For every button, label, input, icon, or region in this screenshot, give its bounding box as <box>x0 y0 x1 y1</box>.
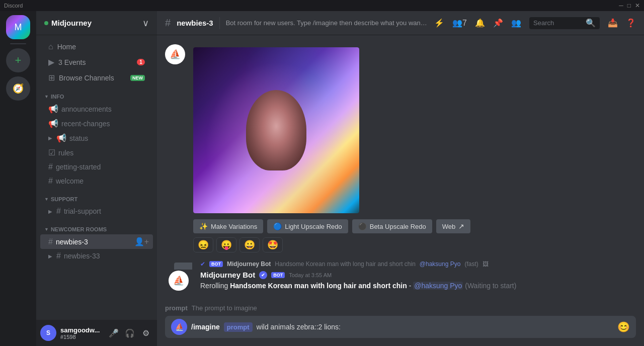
hash-icon-welcome: # <box>48 177 53 186</box>
footer-discriminator: #1598 <box>60 334 103 340</box>
section-header-newcomer[interactable]: ▼ NEWCOMER ROOMS <box>36 218 157 234</box>
add-member-icon[interactable]: 👤+ <box>134 237 149 246</box>
channel-item-rules[interactable]: ☑ rules <box>40 145 153 160</box>
channel-item-getting-started[interactable]: # getting-started <box>40 160 153 174</box>
beta-upscale-redo-button[interactable]: ⚫ Beta Upscale Redo <box>352 219 432 233</box>
help-icon[interactable]: ❓ <box>626 18 636 28</box>
make-variations-button[interactable]: ✨ Make Variations <box>193 219 263 233</box>
channel-item-newbies-3[interactable]: # newbies-3 👤+ <box>40 234 153 249</box>
server-name: Midjourney <box>44 19 92 27</box>
sidebar-footer: S samgoodw... #1598 🎤 🎧 ⚙ <box>36 320 157 346</box>
message-header-ref: Midjourney Bot ✔ BOT Today at 3:55 AM <box>200 271 636 279</box>
sidebar-item-events[interactable]: ▶ 3 Events 1 <box>40 54 153 70</box>
ref-image-icon: 🖼 <box>482 261 489 268</box>
members-icon[interactable]: 👥 <box>511 18 521 28</box>
expand-arrow-status: ▶ <box>48 135 52 141</box>
bot-avatar-icon: ⛵ <box>170 49 181 60</box>
server-icon-midjourney[interactable]: M <box>6 15 30 39</box>
section-header-info[interactable]: ▼ INFO <box>36 85 157 102</box>
add-server-button[interactable]: + <box>6 48 30 72</box>
headphone-icon[interactable]: 🎧 <box>123 326 137 340</box>
channel-item-welcome[interactable]: # welcome <box>40 174 153 188</box>
search-bar[interactable]: 🔍 <box>529 17 600 29</box>
bot-badge: BOT <box>271 272 285 278</box>
settings-icon[interactable]: ⚙ <box>139 326 153 340</box>
channel-hash-icon: # <box>165 17 171 29</box>
microphone-icon[interactable]: 🎤 <box>107 326 121 340</box>
threads-icon[interactable]: ⚡ <box>434 18 444 28</box>
compass-icon: 🧭 <box>13 83 24 94</box>
rules-icon: ☑ <box>48 148 55 157</box>
midjourney-icon: M <box>15 22 22 33</box>
reaction-happy[interactable]: 😀 <box>239 237 260 252</box>
bot-avatar: ⛵ <box>165 44 185 64</box>
minimize-button[interactable]: ─ <box>619 2 623 9</box>
channel-item-trial-support[interactable]: ▶ # trial-support <box>40 204 153 218</box>
sidebar-item-home[interactable]: ⌂ Home <box>40 39 153 54</box>
input-right-icons: 😊 <box>617 321 630 333</box>
app-layout: M + 🧭 Midjourney ∨ ⌂ Home ▶ <box>0 11 644 346</box>
reactions: 😖 😛 😀 🤩 <box>193 237 636 252</box>
add-icon: + <box>15 54 22 67</box>
channel-header: # newbies-3 Bot room for new users. Type… <box>157 11 644 35</box>
variations-icon: ✨ <box>199 222 208 230</box>
channel-header-desc: Bot room for new users. Type /imagine th… <box>226 19 428 27</box>
ref-bot-badge: BOT <box>209 261 223 267</box>
message-input-container: ⛵ /imagine prompt 😊 <box>157 316 644 346</box>
section-header-support[interactable]: ▼ SUPPORT <box>36 188 157 204</box>
beta-upscale-icon: ⚫ <box>358 222 367 230</box>
reaction-tongue[interactable]: 😛 <box>216 237 236 252</box>
section-arrow-newcomer: ▼ <box>44 227 49 232</box>
sidebar-content: ⌂ Home ▶ 3 Events 1 ⊞ Browse Channels NE… <box>36 35 157 320</box>
message-group-ref: ⛵ ✔ BOT Midjourney Bot Handsome Korean m… <box>165 261 636 291</box>
sidebar-item-browse-channels[interactable]: ⊞ Browse Channels NEW <box>40 70 153 85</box>
chevron-down-icon[interactable]: ∨ <box>142 18 149 29</box>
close-button[interactable]: ✕ <box>635 2 640 9</box>
sidebar-header: Midjourney ∨ <box>36 11 157 35</box>
message-input-wrapper: ⛵ /imagine prompt 😊 <box>165 316 636 338</box>
server-list: M + 🧭 <box>0 11 36 346</box>
channel-item-recent-changes[interactable]: 📢 recent-changes <box>40 116 153 131</box>
user-avatar: S <box>40 325 56 341</box>
inbox-icon[interactable]: 📥 <box>608 18 618 28</box>
channel-item-announcements[interactable]: 📢 announcements <box>40 102 153 116</box>
discover-button[interactable]: 🧭 <box>6 76 30 101</box>
events-icon: ▶ <box>48 57 54 67</box>
search-input[interactable] <box>533 19 583 27</box>
expand-arrow-trial: ▶ <box>48 209 52 214</box>
maximize-button[interactable]: □ <box>627 2 631 9</box>
channel-sidebar: Midjourney ∨ ⌂ Home ▶ 3 Events 1 ⊞ Brows… <box>36 11 157 346</box>
message-text-input[interactable] <box>257 323 613 331</box>
announce-icon: 📢 <box>48 104 58 114</box>
browse-icon: ⊞ <box>48 73 55 82</box>
prompt-description: The prompt to imagine <box>192 304 257 312</box>
light-upscale-redo-button[interactable]: 🔵 Light Upscale Redo <box>267 219 348 233</box>
web-button[interactable]: Web ↗ <box>436 219 471 233</box>
bot-avatar-icon-2: ⛵ <box>173 275 184 286</box>
announce-icon-2: 📢 <box>48 119 58 128</box>
channel-item-newbies-33[interactable]: ▶ # newbies-33 <box>40 249 153 263</box>
status-icon: 📢 <box>56 133 66 143</box>
section-arrow-support: ▼ <box>44 197 49 202</box>
generated-image <box>193 47 359 213</box>
expand-arrow-newbies33: ▶ <box>48 253 52 259</box>
slash-command-label: /imagine <box>191 323 220 331</box>
reaction-star-eyes[interactable]: 🤩 <box>263 237 283 252</box>
hash-icon-newbies33: # <box>56 251 61 261</box>
hash-icon-trial: # <box>56 207 61 216</box>
pin-icon[interactable]: 📌 <box>493 18 503 28</box>
online-indicator <box>44 21 48 25</box>
titlebar-controls: ─ □ ✕ <box>619 2 640 9</box>
server-divider <box>10 43 26 44</box>
reaction-angry[interactable]: 😖 <box>193 237 213 252</box>
channel-header-name: newbies-3 <box>177 19 213 27</box>
header-divider <box>219 17 220 29</box>
notification-icon[interactable]: 🔔 <box>475 18 485 28</box>
section-arrow-info: ▼ <box>44 94 49 99</box>
footer-icons: 🎤 🎧 ⚙ <box>107 326 153 340</box>
search-icon: 🔍 <box>586 18 596 28</box>
member-count: 👥7 <box>452 18 467 28</box>
emoji-picker-icon[interactable]: 😊 <box>617 321 630 333</box>
channel-item-status[interactable]: ▶ 📢 status <box>40 131 153 145</box>
input-tag-label: prompt <box>224 322 253 332</box>
